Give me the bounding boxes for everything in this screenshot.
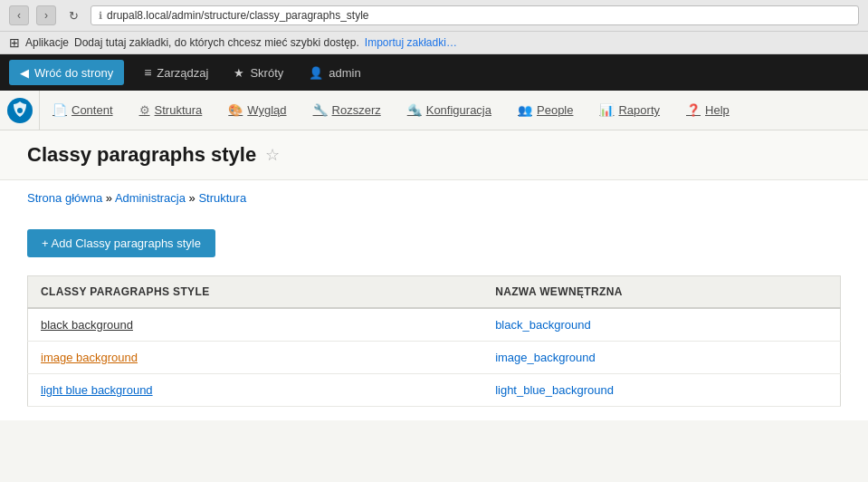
table-row: light blue backgroundlight_blue_backgrou…	[28, 374, 841, 407]
table-header-row: CLASSY PARAGRAPHS STYLE NAZWA WEWNĘTRZNA	[28, 276, 841, 309]
admin-toolbar-second: 📄 Content ⚙ Struktura 🎨 Wygląd 🔧 Rozszer…	[0, 91, 868, 130]
add-style-button[interactable]: + Add Classy paragraphs style	[27, 229, 215, 257]
forward-button[interactable]: ›	[36, 5, 56, 25]
col-header-machine-name: NAZWA WEWNĘTRZNA	[482, 276, 840, 309]
breadcrumb-home[interactable]: Strona główna	[27, 191, 102, 205]
menu-icon: ≡	[144, 65, 151, 80]
admin-toolbar-top: ◀ Wróć do strony ≡ Zarządzaj ★ Skróty 👤 …	[0, 54, 868, 91]
nav-content-label: Content	[72, 103, 113, 117]
user-icon: 👤	[309, 66, 323, 80]
nav-struktura-label: Struktura	[155, 103, 203, 117]
nav-help-label: Help	[705, 103, 730, 117]
nav-content[interactable]: 📄 Content	[40, 91, 127, 130]
style-name-cell: light blue background	[28, 374, 483, 407]
machine-name-cell: image_background	[482, 342, 840, 374]
raporty-icon: 📊	[599, 103, 614, 117]
rozszerz-icon: 🔧	[313, 103, 328, 117]
machine-name-cell: light_blue_background	[482, 374, 840, 407]
style-name-link[interactable]: black background	[41, 318, 133, 332]
nav-konfiguracja[interactable]: 🔩 Konfiguracja	[395, 91, 505, 130]
nav-raporty[interactable]: 📊 Raporty	[587, 91, 673, 130]
nav-wyglad[interactable]: 🎨 Wygląd	[215, 91, 300, 130]
favorite-star-icon[interactable]: ☆	[265, 145, 280, 165]
star-icon: ★	[234, 66, 244, 80]
konfiguracja-icon: 🔩	[407, 103, 422, 117]
url-bar[interactable]: ℹ drupal8.local/admin/structure/classy_p…	[91, 5, 859, 25]
breadcrumb: Strona główna » Administracja » Struktur…	[0, 180, 868, 216]
style-name-cell: black background	[28, 308, 483, 342]
nav-wyglad-label: Wygląd	[247, 103, 286, 117]
table-row: image backgroundimage_background	[28, 342, 841, 374]
style-name-cell: image background	[28, 342, 483, 374]
breadcrumb-sep2: »	[189, 191, 196, 205]
drupal-logo[interactable]	[0, 91, 40, 130]
back-arrow-icon: ◀	[20, 66, 29, 80]
manage-button[interactable]: ≡ Zarządzaj	[131, 54, 221, 91]
nav-raporty-label: Raporty	[618, 103, 660, 117]
breadcrumb-admin[interactable]: Administracja	[115, 191, 186, 205]
breadcrumb-struktura[interactable]: Struktura	[198, 191, 246, 205]
nav-help[interactable]: ❓ Help	[673, 91, 743, 130]
nav-people-label: People	[537, 103, 573, 117]
browser-chrome: ‹ › ↻ ℹ drupal8.local/admin/structure/cl…	[0, 0, 868, 32]
nav-rozszerz-label: Rozszerz	[332, 103, 381, 117]
people-icon: 👥	[518, 103, 532, 117]
nav-struktura[interactable]: ⚙ Struktura	[127, 91, 216, 130]
styles-table: CLASSY PARAGRAPHS STYLE NAZWA WEWNĘTRZNA…	[27, 275, 841, 407]
nav-rozszerz[interactable]: 🔧 Rozszerz	[300, 91, 395, 130]
back-button[interactable]: ‹	[9, 5, 29, 25]
url-text: drupal8.local/admin/structure/classy_par…	[107, 9, 368, 22]
struktura-icon: ⚙	[139, 103, 150, 117]
apps-icon: ⊞	[9, 35, 20, 50]
wyglad-icon: 🎨	[228, 103, 243, 117]
machine-name-cell: black_background	[482, 308, 840, 342]
style-name-link[interactable]: light blue background	[41, 383, 153, 397]
shortcuts-label: Skróty	[250, 66, 283, 80]
user-button[interactable]: 👤 admin	[296, 54, 373, 91]
breadcrumb-sep1: »	[106, 191, 112, 205]
back-to-site-label: Wróć do strony	[34, 66, 113, 80]
col-header-style: CLASSY PARAGRAPHS STYLE	[28, 276, 483, 309]
bookmarks-label: Aplikacje	[25, 36, 69, 49]
help-icon: ❓	[686, 103, 701, 117]
style-name-link[interactable]: image background	[41, 351, 138, 364]
content-area: + Add Classy paragraphs style CLASSY PAR…	[0, 216, 868, 420]
page-title: Classy paragraphs style	[27, 143, 256, 167]
page-title-area: Classy paragraphs style ☆	[0, 130, 868, 180]
user-label: admin	[329, 66, 360, 80]
nav-konfiguracja-label: Konfiguracja	[426, 103, 491, 117]
back-to-site-button[interactable]: ◀ Wróć do strony	[9, 60, 124, 85]
svg-point-0	[17, 108, 23, 113]
table-row: black backgroundblack_background	[28, 308, 841, 342]
shortcuts-button[interactable]: ★ Skróty	[221, 54, 296, 91]
import-bookmarks-link[interactable]: Importuj zakładki…	[365, 36, 457, 49]
nav-people[interactable]: 👥 People	[505, 91, 587, 130]
content-icon: 📄	[52, 103, 67, 117]
drupal-logo-circle	[7, 98, 33, 123]
lock-icon: ℹ	[99, 10, 102, 22]
manage-label: Zarządzaj	[157, 66, 208, 80]
bookmarks-bar: ⊞ Aplikacje Dodaj tutaj zakładki, do któ…	[0, 32, 868, 54]
bookmarks-text: Dodaj tutaj zakładki, do których chcesz …	[74, 36, 359, 49]
refresh-button[interactable]: ↻	[63, 5, 83, 25]
